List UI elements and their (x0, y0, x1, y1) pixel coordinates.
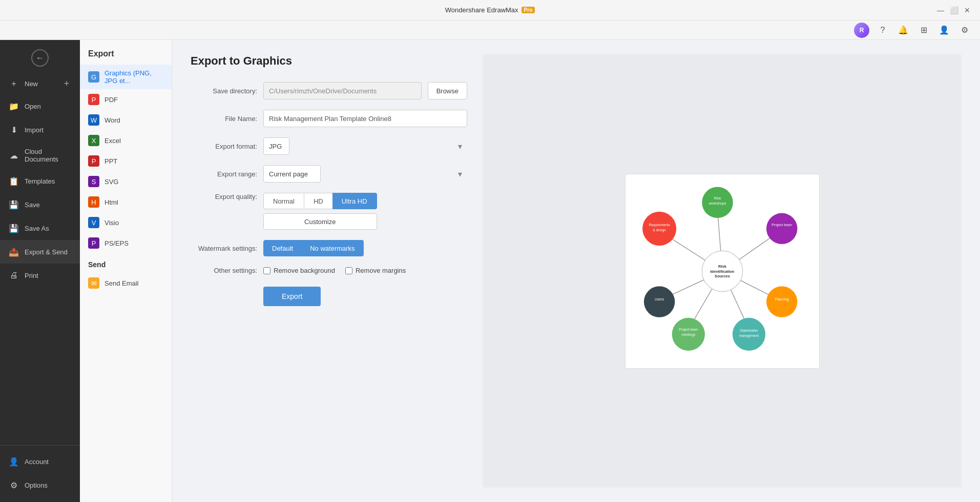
remove-margins-checkbox[interactable] (345, 267, 352, 274)
export-item-graphics-label: Graphics (PNG, JPG et... (105, 69, 163, 85)
avatar[interactable]: R (854, 23, 869, 38)
quality-normal-button[interactable]: Normal (263, 193, 304, 209)
titlebar-title: Wondershare EdrawMax Pro (445, 6, 535, 14)
sidebar-item-save[interactable]: 💾 Save (0, 193, 80, 216)
export-range-wrapper: Current page All pages Selected pages (263, 165, 467, 183)
remove-background-checkbox[interactable] (263, 267, 270, 274)
export-item-pdf[interactable]: P PDF (80, 89, 172, 110)
cloud-icon: ☁ (8, 150, 19, 161)
quality-ultra-hd-button[interactable]: Ultra HD (332, 193, 377, 209)
visio-icon: V (88, 217, 99, 228)
customize-button[interactable]: Customize (263, 213, 377, 230)
export-item-html[interactable]: H Html (80, 192, 172, 212)
back-button[interactable]: ← (31, 49, 49, 67)
sidebar-label-account: Account (25, 458, 49, 466)
sidebar-item-new[interactable]: ＋ New + (0, 73, 80, 94)
minimize-button[interactable]: — (936, 6, 945, 15)
notification-icon[interactable]: 🔔 (896, 23, 910, 37)
remove-background-checkbox-item[interactable]: Remove background (263, 267, 335, 274)
account-icon: 👤 (8, 456, 19, 467)
export-item-pseps[interactable]: P PS/EPS (80, 233, 172, 253)
new-icon: ＋ (8, 78, 19, 89)
sidebar-item-cloud[interactable]: ☁ Cloud Documents (0, 142, 80, 169)
sidebar-item-open[interactable]: 📁 Open (0, 94, 80, 118)
sidebar-item-export[interactable]: 📤 Export & Send (0, 240, 80, 264)
export-format-row: Export format: JPG PNG BMP SVG PDF (191, 137, 467, 155)
export-item-svg-label: SVG (105, 178, 118, 186)
titlebar-controls: — ⬜ ✕ (936, 6, 972, 15)
sidebar-label-templates: Templates (25, 177, 55, 185)
export-quality-row: Export quality: Normal HD Ultra HD Custo… (191, 193, 467, 230)
sidebar-label-cloud: Cloud Documents (25, 148, 72, 163)
file-name-row: File Name: (191, 110, 467, 127)
sidebar-item-account[interactable]: 👤 Account (0, 450, 80, 473)
import-icon: ⬇ (8, 124, 19, 135)
export-item-html-label: Html (105, 198, 118, 206)
export-range-row: Export range: Current page All pages Sel… (191, 165, 467, 183)
export-item-pdf-label: PDF (105, 96, 118, 104)
graphics-icon: G (88, 71, 99, 83)
export-item-visio[interactable]: V Visio (80, 212, 172, 233)
sidebar-label-export: Export & Send (25, 248, 68, 256)
ppt-icon: P (88, 155, 99, 167)
close-button[interactable]: ✕ (963, 6, 972, 15)
export-item-visio-label: Visio (105, 219, 119, 227)
sidebar-label-options: Options (25, 481, 48, 489)
export-item-excel-label: Excel (105, 137, 121, 145)
pro-badge: Pro (522, 7, 535, 13)
file-name-label: File Name: (191, 115, 257, 123)
svg-text:Identification: Identification (710, 269, 734, 273)
sidebar-label-save: Save (25, 201, 40, 209)
export-panel-title: Export (80, 40, 172, 65)
export-item-ppt-label: PPT (105, 157, 117, 165)
watermark-no-watermarks-button[interactable]: No watermarks (302, 240, 363, 256)
svg-point-21 (643, 286, 674, 317)
other-settings-row: Other settings: Remove background Remove… (191, 267, 467, 274)
export-quality-label: Export quality: (191, 193, 257, 200)
quality-col: Normal HD Ultra HD Customize (263, 193, 377, 230)
person-icon[interactable]: 👤 (937, 23, 951, 37)
watermark-default-button[interactable]: Default (263, 240, 302, 256)
remove-margins-checkbox-item[interactable]: Remove margins (345, 267, 406, 274)
export-item-graphics[interactable]: G Graphics (PNG, JPG et... (80, 65, 172, 89)
quality-hd-button[interactable]: HD (304, 193, 332, 209)
export-item-excel[interactable]: X Excel (80, 130, 172, 151)
new-plus-icon[interactable]: + (61, 78, 72, 89)
export-item-word[interactable]: W Word (80, 110, 172, 130)
quality-buttons: Normal HD Ultra HD (263, 193, 377, 209)
browse-button[interactable]: Browse (428, 82, 467, 99)
svg-text:management: management (739, 333, 759, 337)
grid-icon[interactable]: ⊞ (916, 23, 931, 37)
main-layout: ← ＋ New + 📁 Open ⬇ Import ☁ Cloud Docume… (0, 40, 980, 502)
svg-point-19 (766, 286, 797, 317)
excel-icon: X (88, 135, 99, 146)
sidebar-item-templates[interactable]: 📋 Templates (0, 169, 80, 193)
export-range-select[interactable]: Current page All pages Selected pages (263, 165, 321, 183)
other-settings-label: Other settings: (191, 267, 257, 274)
sidebar-label-save-as: Save As (25, 225, 49, 232)
print-icon: 🖨 (8, 270, 19, 281)
svg-text:Users: Users (654, 297, 664, 301)
export-item-ppt[interactable]: P PPT (80, 151, 172, 171)
settings-icon[interactable]: ⚙ (957, 23, 972, 37)
export-item-send-email[interactable]: ✉ Send Email (80, 273, 172, 293)
sidebar-item-import[interactable]: ⬇ Import (0, 118, 80, 142)
maximize-button[interactable]: ⬜ (949, 6, 958, 15)
save-directory-input[interactable] (263, 82, 422, 99)
toolbar: R ? 🔔 ⊞ 👤 ⚙ (0, 21, 980, 40)
export-format-select[interactable]: JPG PNG BMP SVG PDF (263, 137, 289, 155)
file-name-input[interactable] (263, 110, 467, 127)
svg-point-14 (766, 213, 797, 244)
sidebar-item-save-as[interactable]: 💾 Save As (0, 216, 80, 240)
pdf-icon: P (88, 94, 99, 105)
export-button[interactable]: Export (263, 287, 321, 306)
export-panel: Export G Graphics (PNG, JPG et... P PDF … (80, 40, 172, 502)
sidebar-item-options[interactable]: ⚙ Options (0, 473, 80, 497)
svg-icon: S (88, 176, 99, 187)
sidebar-item-print[interactable]: 🖨 Print (0, 264, 80, 287)
export-format-label: Export format: (191, 143, 257, 150)
pseps-icon: P (88, 237, 99, 249)
export-item-svg[interactable]: S SVG (80, 171, 172, 192)
help-icon[interactable]: ? (875, 23, 890, 37)
titlebar: Wondershare EdrawMax Pro — ⬜ ✕ (0, 0, 980, 21)
